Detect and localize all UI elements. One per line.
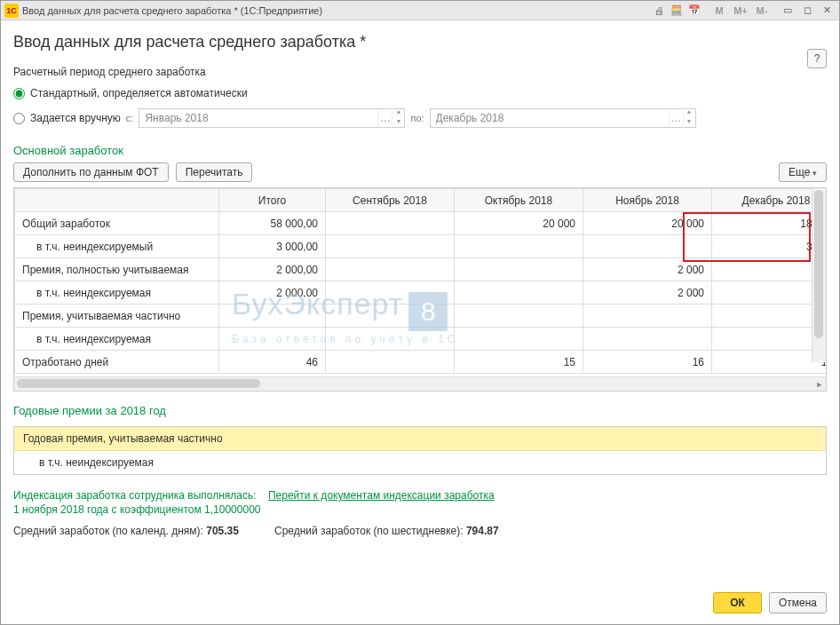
indexation-link[interactable]: Перейти к документам индексации заработк…	[268, 489, 495, 502]
maximize-button[interactable]: ◻	[798, 4, 816, 18]
cell-m2[interactable]	[455, 305, 583, 328]
app-icon: 1C	[4, 4, 19, 18]
cell-m2[interactable]	[455, 281, 583, 305]
cell-itogo[interactable]	[219, 328, 326, 351]
table-row[interactable]: Премия, учитываемая частично	[15, 305, 827, 328]
row-label[interactable]: Премия, полностью учитываемая	[15, 258, 219, 281]
period-to-picker-icon[interactable]: …	[669, 109, 683, 127]
calc-icon[interactable]: 🧮	[669, 4, 685, 18]
cell-itogo[interactable]	[219, 305, 326, 328]
earnings-grid: Итого Сентябрь 2018 Октябрь 2018 Ноябрь …	[13, 187, 827, 392]
cell-m1[interactable]	[326, 351, 455, 374]
cell-m3[interactable]	[583, 305, 712, 328]
cell-m3[interactable]: 2 000	[583, 281, 712, 305]
window-title: Ввод данных для расчета среднего заработ…	[22, 5, 651, 16]
cell-m2[interactable]	[455, 328, 583, 351]
print-icon[interactable]: 🖨	[651, 4, 667, 18]
radio-manual[interactable]	[13, 113, 25, 124]
calendar-icon[interactable]: 📅	[686, 4, 702, 18]
cell-itogo[interactable]: 58 000,00	[219, 212, 326, 235]
table-row[interactable]: в т.ч. неиндексируемый3 000,003 000	[15, 235, 827, 258]
annual-heading: Годовые премии за 2018 год	[13, 404, 827, 417]
cell-m1[interactable]	[326, 258, 455, 281]
recalc-button[interactable]: Перечитать	[176, 162, 253, 182]
avg-cal-value: 705.35	[206, 525, 239, 537]
row-label[interactable]: Общий заработок	[15, 212, 219, 235]
cell-m2[interactable]	[455, 235, 583, 258]
cell-m1[interactable]	[326, 305, 455, 328]
cell-m2[interactable]: 15	[455, 351, 583, 374]
memory-m-button[interactable]: M	[709, 4, 729, 18]
cell-m1[interactable]	[326, 281, 455, 305]
to-label: по:	[410, 113, 424, 123]
cell-m3[interactable]	[583, 328, 712, 351]
annual-row-1[interactable]: Годовая премия, учитываемая частично	[14, 427, 826, 451]
col-itogo-header: Итого	[219, 189, 326, 212]
cell-m3[interactable]	[583, 235, 712, 258]
more-button[interactable]: Еще	[779, 162, 827, 182]
period-from-picker-icon[interactable]: …	[377, 109, 392, 127]
row-label[interactable]: в т.ч. неиндексируемая	[15, 328, 219, 351]
close-button[interactable]: ✕	[818, 4, 836, 18]
col-m2-header: Октябрь 2018	[455, 189, 583, 212]
radio-manual-row[interactable]: Задается вручную с: … ▲▼ по: … ▲▼	[13, 108, 827, 128]
cell-m2[interactable]: 20 000	[455, 212, 583, 235]
row-label[interactable]: в т.ч. неиндексируемая	[15, 281, 219, 305]
horizontal-scrollbar[interactable]: ◄ ►	[14, 376, 826, 391]
page-title: Ввод данных для расчета среднего заработ…	[13, 33, 827, 51]
period-to-input[interactable]	[431, 109, 669, 127]
cell-m4[interactable]: 18 000	[712, 212, 827, 235]
row-label[interactable]: Премия, учитываемая частично	[15, 305, 219, 328]
table-row[interactable]: Отработано дней46151615	[15, 351, 827, 374]
cell-itogo[interactable]: 46	[219, 351, 326, 374]
cell-m1[interactable]	[326, 328, 455, 351]
table-header-row: Итого Сентябрь 2018 Октябрь 2018 Ноябрь …	[15, 189, 827, 212]
cell-m4[interactable]	[712, 258, 827, 281]
period-to-field[interactable]: … ▲▼	[430, 108, 696, 128]
cell-m4[interactable]: 3 000	[712, 235, 827, 258]
cell-m2[interactable]	[455, 258, 583, 281]
fill-from-fot-button[interactable]: Дополнить по данным ФОТ	[13, 162, 169, 182]
radio-auto-row[interactable]: Стандартный, определяется автоматически	[13, 87, 827, 99]
ok-button[interactable]: ОК	[713, 592, 762, 613]
table-row[interactable]: в т.ч. неиндексируемая2 000,002 000	[15, 281, 827, 305]
table-row[interactable]: Премия, полностью учитываемая2 000,002 0…	[15, 258, 827, 281]
radio-auto-label: Стандартный, определяется автоматически	[30, 87, 248, 99]
row-label[interactable]: Отработано дней	[15, 351, 219, 374]
period-from-field[interactable]: … ▲▼	[139, 108, 405, 128]
indexation-text: Индексация заработка сотрудника выполнял…	[13, 489, 257, 502]
row-label[interactable]: в т.ч. неиндексируемый	[15, 235, 219, 258]
cell-m1[interactable]	[326, 212, 455, 235]
period-to-spinner[interactable]: ▲▼	[683, 108, 695, 128]
cell-itogo[interactable]: 2 000,00	[219, 281, 326, 305]
cell-m4[interactable]	[712, 281, 827, 305]
cell-m3[interactable]: 20 000	[583, 212, 712, 235]
main-earnings-heading: Основной заработок	[13, 144, 827, 157]
annual-row-2[interactable]: в т.ч. неиндексируемая	[14, 451, 826, 474]
help-button[interactable]: ?	[807, 49, 827, 68]
radio-auto[interactable]	[13, 88, 25, 99]
app-window: 1C Ввод данных для расчета среднего зара…	[0, 0, 840, 625]
cell-m3[interactable]: 16	[583, 351, 712, 374]
cancel-button[interactable]: Отмена	[769, 592, 827, 613]
vertical-scrollbar[interactable]	[812, 188, 826, 362]
table-row[interactable]: в т.ч. неиндексируемая	[15, 328, 827, 351]
annual-table[interactable]: Годовая премия, учитываемая частично в т…	[13, 426, 827, 475]
memory-mplus-button[interactable]: M+	[731, 4, 750, 18]
cell-m1[interactable]	[326, 235, 455, 258]
memory-mminus-button[interactable]: M-	[752, 4, 772, 18]
period-from-input[interactable]	[139, 109, 377, 127]
content-area: Ввод данных для расчета среднего заработ…	[1, 20, 839, 583]
period-from-spinner[interactable]: ▲▼	[392, 108, 404, 128]
cell-itogo[interactable]: 3 000,00	[219, 235, 326, 258]
cell-itogo[interactable]: 2 000,00	[219, 258, 326, 281]
cell-m4[interactable]	[712, 305, 827, 328]
table-row[interactable]: Общий заработок58 000,0020 00020 00018 0…	[15, 212, 827, 235]
cell-m3[interactable]: 2 000	[583, 258, 712, 281]
cell-m4[interactable]: 15	[712, 351, 827, 374]
minimize-button[interactable]: ▭	[779, 4, 796, 18]
averages-row: Средний заработок (по календ. дням): 705…	[13, 525, 827, 537]
cell-m4[interactable]	[712, 328, 827, 351]
titlebar: 1C Ввод данных для расчета среднего зара…	[1, 1, 839, 20]
earnings-table[interactable]: Итого Сентябрь 2018 Октябрь 2018 Ноябрь …	[14, 188, 826, 374]
